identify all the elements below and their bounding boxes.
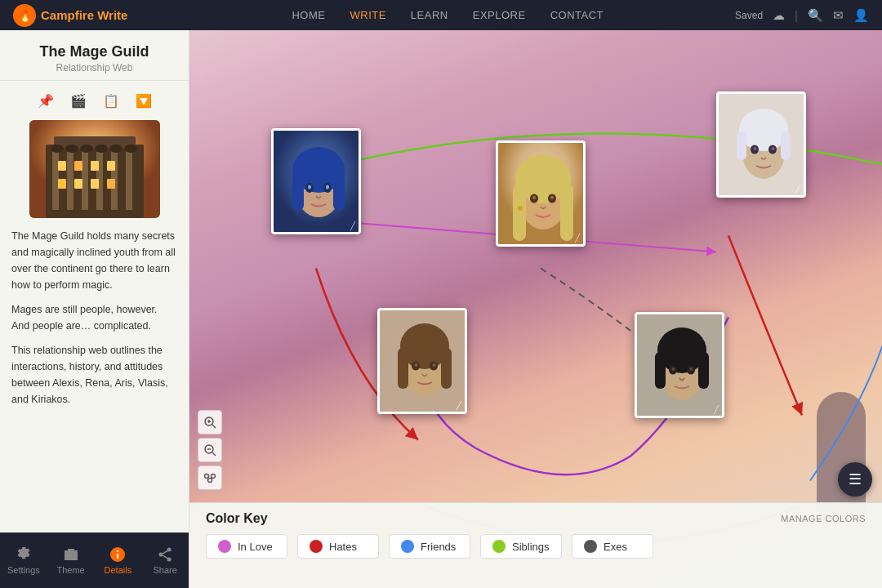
svg-rect-71 [655, 352, 666, 389]
svg-rect-44 [560, 184, 573, 241]
svg-point-57 [754, 147, 757, 150]
color-key-header: Color Key MANAGE COLORS [206, 511, 866, 526]
exes-dot [584, 540, 597, 553]
account-icon[interactable]: 👤 [853, 8, 869, 23]
top-navigation: 🔥 Campfire Write HOME WRITE LEARN EXPLOR… [0, 0, 882, 30]
logo[interactable]: 🔥 Campfire Write [13, 4, 127, 27]
siblings-label: Siblings [512, 541, 550, 553]
zoom-controls [198, 410, 222, 490]
svg-point-75 [672, 368, 675, 371]
svg-rect-54 [781, 131, 791, 160]
cloud-icon[interactable]: ☁ [773, 8, 785, 23]
svg-rect-11 [91, 161, 99, 171]
group-button[interactable] [198, 466, 222, 490]
sidebar-tools: 📌 🎬 📋 🔽 [0, 81, 189, 120]
main-layout: The Mage Guild Relationship Web 📌 🎬 📋 🔽 [0, 30, 882, 588]
svg-point-17 [51, 145, 64, 153]
svg-point-47 [532, 196, 536, 199]
character-card-alexis[interactable] [271, 128, 361, 234]
svg-point-27 [159, 553, 163, 557]
details-tab-label: Details [105, 565, 132, 575]
color-key-in-love[interactable]: In Love [206, 534, 287, 559]
color-key-hates[interactable]: Hates [297, 534, 379, 559]
character-card-kiriakos[interactable] [635, 312, 724, 418]
color-key-friends[interactable]: Friends [389, 534, 470, 559]
layout-tool[interactable]: 📋 [100, 89, 122, 112]
svg-point-76 [690, 368, 693, 371]
nav-home[interactable]: HOME [292, 9, 325, 21]
svg-rect-34 [292, 170, 304, 211]
color-key-siblings[interactable]: Siblings [480, 534, 562, 559]
menu-fab-button[interactable]: ☰ [838, 462, 872, 497]
menu-icon: ☰ [849, 470, 862, 488]
pin-tool[interactable]: 📌 [34, 89, 57, 112]
mail-icon[interactable]: ✉ [833, 8, 844, 23]
svg-point-67 [433, 363, 436, 367]
desc-paragraph-3: This relationship web outlines the inter… [11, 342, 177, 408]
settings-tab-label: Settings [7, 565, 40, 575]
zoom-in-button[interactable] [198, 410, 222, 434]
svg-rect-4 [67, 149, 74, 210]
svg-point-39 [326, 185, 329, 189]
desc-paragraph-1: The Mage Guild holds many secrets and ma… [11, 228, 177, 293]
nav-write[interactable]: WRITE [350, 9, 385, 21]
details-tab[interactable]: Details [95, 533, 142, 588]
character-card-vlasis[interactable] [716, 91, 806, 198]
search-icon[interactable]: 🔍 [808, 8, 823, 23]
in-love-dot [218, 540, 231, 553]
hates-dot [310, 540, 323, 553]
svg-line-30 [163, 555, 167, 558]
color-key-exes[interactable]: Exes [572, 534, 653, 559]
exes-label: Exes [604, 541, 627, 553]
filter-tool[interactable]: 🔽 [132, 89, 155, 112]
svg-rect-15 [91, 179, 99, 189]
share-tab-label: Share [153, 565, 176, 575]
character-card-rena[interactable] [496, 140, 586, 247]
bottom-toolbar: Settings Theme Details Share [0, 532, 189, 588]
share-tab[interactable]: Share [141, 533, 189, 588]
svg-rect-43 [513, 184, 526, 241]
svg-rect-24 [117, 554, 118, 559]
zoom-out-button[interactable] [198, 438, 222, 462]
svg-point-85 [212, 474, 216, 479]
nav-right: Saved ☁ | 🔍 ✉ 👤 [735, 8, 869, 23]
svg-point-22 [124, 145, 137, 153]
nav-explore[interactable]: EXPLORE [473, 9, 526, 21]
svg-rect-72 [698, 352, 709, 389]
manage-colors-button[interactable]: MANAGE COLORS [781, 514, 866, 523]
svg-rect-16 [107, 179, 115, 189]
svg-point-58 [772, 147, 775, 150]
svg-point-86 [208, 479, 212, 483]
theme-tab-label: Theme [57, 565, 85, 575]
color-key: Color Key MANAGE COLORS In Love Hates Fr… [189, 502, 882, 588]
desc-paragraph-2: Mages are still people, however. And peo… [11, 301, 177, 334]
svg-point-38 [308, 185, 311, 189]
svg-line-83 [212, 452, 216, 456]
siblings-dot [492, 540, 506, 553]
svg-rect-12 [107, 161, 115, 171]
nav-contact[interactable]: CONTACT [550, 9, 604, 21]
svg-rect-63 [441, 348, 452, 389]
project-title: The Mage Guild [13, 43, 176, 60]
theme-tab[interactable]: Theme [47, 533, 95, 588]
svg-rect-3 [52, 149, 59, 210]
campfire-logo-icon: 🔥 [13, 4, 36, 27]
settings-tab[interactable]: Settings [0, 533, 47, 588]
svg-rect-5 [82, 149, 88, 210]
sidebar: The Mage Guild Relationship Web 📌 🎬 📋 🔽 [0, 30, 189, 588]
in-love-label: In Love [238, 541, 273, 553]
svg-rect-25 [117, 550, 118, 552]
svg-rect-53 [737, 131, 746, 160]
nav-learn[interactable]: LEARN [411, 9, 448, 21]
svg-point-21 [109, 145, 122, 153]
character-card-aris[interactable] [377, 308, 467, 414]
divider: | [795, 8, 798, 22]
color-key-items: In Love Hates Friends Siblings Exes [206, 534, 866, 559]
saved-status: Saved [735, 10, 763, 21]
video-tool[interactable]: 🎬 [67, 89, 90, 112]
canvas-area[interactable]: Color Key MANAGE COLORS In Love Hates Fr… [189, 30, 882, 588]
svg-rect-14 [74, 179, 82, 189]
project-image [29, 120, 160, 218]
svg-rect-9 [58, 161, 66, 171]
svg-rect-62 [398, 348, 408, 389]
